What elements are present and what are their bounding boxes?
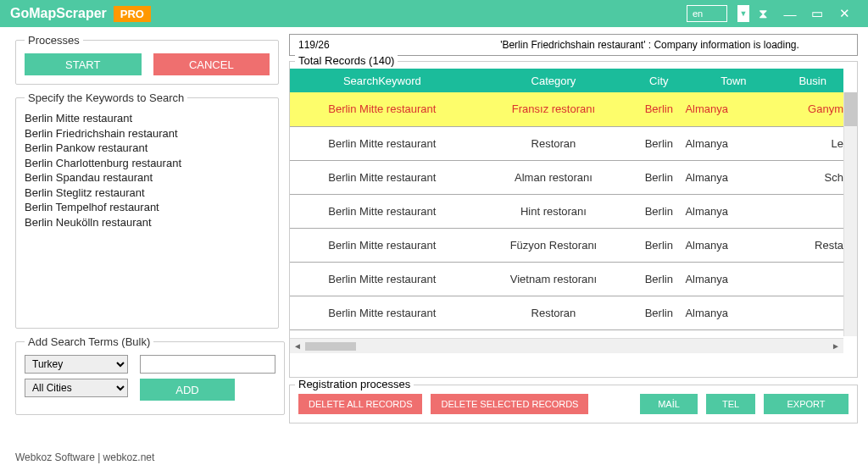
keyword-item[interactable]: Berlin Spandau restaurant	[25, 170, 270, 185]
scroll-right-icon[interactable]: ►	[832, 341, 840, 351]
records-panel: Total Records (140) SearchKeyword Catego…	[289, 61, 858, 378]
col-city[interactable]: City	[632, 69, 685, 92]
cell-town: Almanya	[685, 92, 782, 126]
cell-town: Almanya	[685, 126, 782, 160]
cell-city: Berlin	[632, 262, 685, 296]
cell-city: Berlin	[632, 92, 685, 126]
cell-town: Almanya	[685, 160, 782, 194]
cell-cat: Füzyon Restoranı	[475, 228, 633, 262]
pro-badge: PRO	[114, 6, 151, 22]
vertical-scrollbar[interactable]	[843, 92, 857, 336]
keyword-item[interactable]: Berlin Mitte restaurant	[25, 111, 270, 126]
add-terms-legend: Add Search Terms (Bulk)	[25, 335, 153, 348]
col-category[interactable]: Category	[475, 69, 633, 92]
cell-town: Almanya	[685, 194, 782, 228]
status-bar: 119/26 'Berlin Friedrichshain restaurant…	[289, 34, 858, 56]
cell-bus: Resta	[782, 228, 843, 262]
processes-legend: Processes	[25, 34, 83, 47]
cell-kw: Berlin Mitte restaurant	[290, 228, 475, 262]
registration-panel: Registration processes DELETE ALL RECORD…	[289, 385, 858, 423]
records-title: Total Records (140)	[295, 54, 398, 67]
col-business[interactable]: Busin	[782, 69, 843, 92]
term-input[interactable]	[140, 355, 275, 374]
cell-kw: Berlin Mitte restaurant	[290, 262, 475, 296]
cell-cat: Hint restoranı	[475, 194, 633, 228]
col-town[interactable]: Town	[685, 69, 782, 92]
keywords-list[interactable]: Berlin Mitte restaurantBerlin Friedrichs…	[25, 111, 270, 319]
cell-city: Berlin	[632, 160, 685, 194]
keywords-legend: Specify the Keywords to Search	[25, 91, 187, 104]
add-terms-group: Add Search Terms (Bulk) Turkey All Citie…	[15, 335, 285, 415]
minimize-icon[interactable]: —	[776, 7, 804, 21]
cell-kw: Berlin Mitte restaurant	[290, 296, 475, 329]
col-searchkeyword[interactable]: SearchKeyword	[290, 69, 475, 92]
table-row[interactable]: Berlin Mitte restaurantHint restoranıBer…	[290, 194, 843, 228]
cell-kw: Berlin Mitte restaurant	[290, 160, 475, 194]
cell-bus: Sch	[782, 160, 843, 194]
country-select[interactable]: Turkey	[25, 355, 128, 374]
cell-cat: Fransız restoranı	[475, 92, 633, 126]
cell-kw: Berlin Mitte restaurant	[290, 194, 475, 228]
cell-bus: Ganym	[782, 92, 843, 126]
language-select[interactable]: en ▼	[687, 5, 749, 22]
cell-city: Berlin	[632, 296, 685, 329]
cell-city: Berlin	[632, 228, 685, 262]
keyword-item[interactable]: Berlin Charlottenburg restaurant	[25, 156, 270, 171]
city-select[interactable]: All Cities	[25, 379, 128, 397]
cell-city: Berlin	[632, 194, 685, 228]
add-button[interactable]: ADD	[140, 379, 235, 401]
cell-city: Berlin	[632, 126, 685, 160]
cell-bus	[782, 262, 843, 296]
table-row[interactable]: Berlin Mitte restaurantVietnam restoranı…	[290, 262, 843, 296]
horizontal-scrollbar[interactable]: ◄ ►	[290, 338, 843, 353]
keywords-group: Specify the Keywords to Search Berlin Mi…	[15, 91, 279, 329]
table-row[interactable]: Berlin Mitte restaurantAlman restoranıBe…	[290, 160, 843, 194]
app-title: GoMapScraper	[10, 6, 107, 21]
cell-cat: Restoran	[475, 296, 633, 329]
export-button[interactable]: EXPORT	[764, 394, 849, 414]
cell-kw: Berlin Mitte restaurant	[290, 126, 475, 160]
cell-bus	[782, 296, 843, 329]
maximize-icon[interactable]: ▭	[804, 6, 831, 21]
processes-group: Processes START CANCEL	[15, 34, 279, 85]
cell-town: Almanya	[685, 296, 782, 329]
table-row[interactable]: Berlin Mitte restaurantFüzyon RestoranıB…	[290, 228, 843, 262]
cell-town: Almanya	[685, 262, 782, 296]
cell-bus	[782, 194, 843, 228]
scroll-left-icon[interactable]: ◄	[293, 341, 302, 351]
cell-cat: Vietnam restoranı	[475, 262, 633, 296]
cell-bus: Le	[782, 126, 843, 160]
titlebar: GoMapScraper PRO en ▼ ⧗ — ▭ ✕	[0, 0, 868, 27]
records-table[interactable]: SearchKeyword Category City Town Busin B…	[290, 69, 843, 353]
hourglass-icon[interactable]: ⧗	[749, 6, 776, 21]
cell-cat: Alman restoranı	[475, 160, 633, 194]
keyword-item[interactable]: Berlin Pankow restaurant	[25, 141, 270, 156]
table-header-row: SearchKeyword Category City Town Busin	[290, 69, 843, 92]
delete-all-button[interactable]: DELETE ALL RECORDS	[298, 394, 422, 414]
footer-text: Webkoz Software | webkoz.net	[0, 448, 868, 465]
mail-button[interactable]: MAİL	[640, 394, 698, 414]
table-row[interactable]: Berlin Mitte restaurantRestoranBerlinAlm…	[290, 126, 843, 160]
status-count: 119/26	[298, 39, 451, 51]
status-message: 'Berlin Friedrichshain restaurant' : Com…	[451, 39, 849, 51]
registration-title: Registration processes	[295, 378, 414, 390]
keyword-item[interactable]: Berlin Tempelhof restaurant	[25, 200, 270, 215]
table-row[interactable]: Berlin Mitte restaurantFransız restoranı…	[290, 92, 843, 126]
cell-town: Almanya	[685, 228, 782, 262]
tel-button[interactable]: TEL	[706, 394, 755, 414]
close-icon[interactable]: ✕	[831, 6, 858, 21]
delete-selected-button[interactable]: DELETE SELECTED RECORDS	[431, 394, 588, 414]
cell-cat: Restoran	[475, 126, 633, 160]
cell-kw: Berlin Mitte restaurant	[290, 92, 475, 126]
keyword-item[interactable]: Berlin Friedrichshain restaurant	[25, 126, 270, 141]
table-row[interactable]: Berlin Mitte restaurantRestoranBerlinAlm…	[290, 296, 843, 329]
chevron-down-icon: ▼	[737, 5, 749, 22]
start-button[interactable]: START	[25, 53, 142, 75]
cancel-button[interactable]: CANCEL	[153, 53, 270, 75]
keyword-item[interactable]: Berlin Steglitz restaurant	[25, 185, 270, 201]
keyword-item[interactable]: Berlin Neukölln restaurant	[25, 215, 270, 230]
